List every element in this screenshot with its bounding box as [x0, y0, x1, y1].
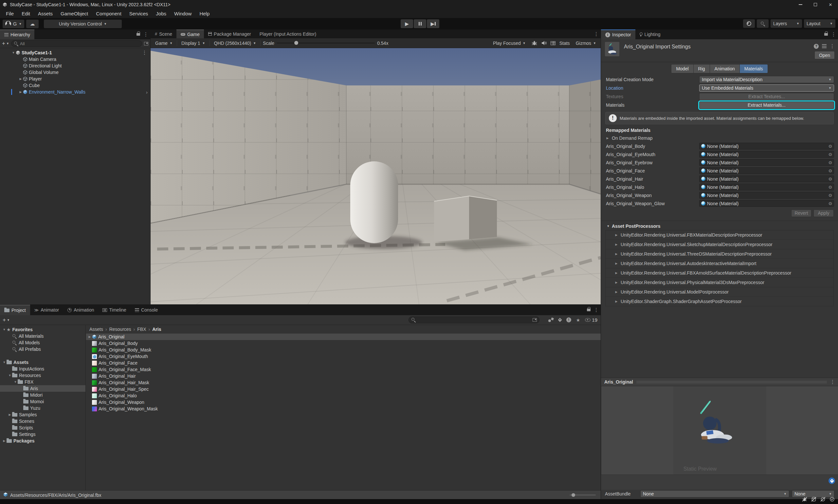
material-object-field[interactable]: None (Material)⊙ — [699, 167, 834, 174]
open-button[interactable]: Open — [815, 51, 835, 59]
tree-item-fbx[interactable]: ▼FBX — [0, 379, 86, 385]
cloud-services-button[interactable]: ☁ — [26, 20, 39, 28]
search-button[interactable] — [757, 19, 769, 28]
tree-item-scripts[interactable]: Scripts — [0, 425, 86, 431]
extract-materials-button[interactable]: Extract Materials... — [699, 102, 834, 109]
slider-knob[interactable] — [572, 493, 575, 497]
kebab-icon[interactable]: ⋮ — [142, 50, 147, 56]
debug-bug-icon[interactable] — [532, 40, 537, 46]
pause-button[interactable] — [414, 19, 426, 28]
material-object-field[interactable]: None (Material)⊙ — [699, 184, 834, 191]
chevron-right-icon[interactable]: › — [146, 89, 148, 95]
object-picker-icon[interactable]: ⊙ — [828, 193, 832, 198]
favorites-filter-icon[interactable]: ★ — [576, 318, 581, 323]
foldout-icon[interactable]: ▶ — [18, 77, 23, 80]
asset-aris-original[interactable]: ▶Aris_Original — [86, 334, 601, 340]
project-search[interactable] — [409, 317, 539, 323]
import-tab-model[interactable]: Model — [671, 64, 693, 73]
version-control-dropdown[interactable]: Unity Version Control ▼ — [44, 20, 122, 28]
asset-labels-button[interactable] — [828, 478, 835, 484]
postprocessor-item[interactable]: ▶UnityEditor.Rendering.Universal.FBXMate… — [606, 230, 834, 240]
foldout-icon[interactable]: ▼ — [13, 380, 18, 383]
play-mode-dropdown[interactable]: Play Focused▼ — [491, 40, 528, 46]
menu-component[interactable]: Component — [92, 9, 125, 18]
asset-aris-original-hair-spec[interactable]: Aris_Original_Hair_Spec — [86, 386, 601, 392]
game-target-dropdown[interactable]: Game▼ — [153, 40, 175, 46]
asset-aris-original-hair-mask[interactable]: Aris_Original_Hair_Mask — [86, 379, 601, 386]
hidden-packages-toggle[interactable]: 19 — [585, 317, 598, 323]
menu-services[interactable]: Services — [125, 9, 152, 18]
layout-dropdown[interactable]: Layout▼ — [804, 19, 835, 28]
asset-postprocessors-header[interactable]: ▼ Asset PostProcessors — [601, 222, 838, 230]
display-dropdown[interactable]: Display 1▼ — [179, 40, 207, 46]
import-log-icon[interactable]: ! — [566, 318, 571, 322]
material-creation-mode-dropdown[interactable]: Import via MaterialDescription▼ — [699, 76, 834, 83]
menu-help[interactable]: Help — [195, 9, 213, 18]
kebab-icon[interactable]: ⋮ — [831, 32, 836, 37]
on-demand-remap-foldout[interactable]: ▶ On Demand Remap — [601, 134, 838, 142]
tab-game[interactable]: Game — [176, 30, 204, 38]
material-object-field[interactable]: None (Material)⊙ — [699, 200, 834, 207]
foldout-icon[interactable]: ▼ — [7, 374, 12, 377]
material-object-field[interactable]: None (Material)⊙ — [699, 192, 834, 199]
scene-picking-icon[interactable] — [144, 42, 148, 46]
foldout-icon[interactable]: ▶ — [87, 335, 92, 338]
asset-aris-original-halo[interactable]: Aris_Original_Halo — [86, 392, 601, 399]
tree-item-resources[interactable]: ▼Resources — [0, 372, 86, 379]
debugger-status-icon[interactable] — [802, 497, 807, 502]
tree-item-yuzu[interactable]: Yuzu — [0, 405, 86, 411]
play-button[interactable]: ▶ — [401, 19, 413, 28]
breadcrumb-resources[interactable]: Resources — [109, 327, 131, 332]
asset-aris-original-body[interactable]: Aris_Original_Body — [86, 340, 601, 346]
undo-history-button[interactable] — [743, 19, 755, 28]
hierarchy-search-input[interactable] — [20, 41, 140, 46]
assetbundle-dropdown[interactable]: None▼ — [640, 490, 789, 498]
hierarchy-item-main-camera[interactable]: Main Camera — [0, 56, 150, 62]
mute-audio-icon[interactable] — [541, 40, 547, 46]
tab-inspector[interactable]: iInspector — [601, 30, 635, 39]
material-object-field[interactable]: None (Material)⊙ — [699, 151, 834, 158]
cache-server-status-icon[interactable] — [811, 497, 816, 502]
menu-assets[interactable]: Assets — [34, 9, 57, 18]
import-tab-rig[interactable]: Rig — [694, 64, 710, 73]
hierarchy-item-cube[interactable]: Cube — [0, 82, 150, 89]
hierarchy-scene-row[interactable]: ▼StudyCase1-1⋮ — [0, 50, 150, 56]
material-object-field[interactable]: None (Material)⊙ — [699, 159, 834, 166]
tree-item-packages[interactable]: ▶Packages — [0, 437, 86, 444]
foldout-icon[interactable]: ▶ — [7, 413, 12, 416]
breadcrumb-aris[interactable]: Aris — [152, 327, 161, 332]
preview-drag-handle[interactable] — [636, 381, 827, 383]
preview-area[interactable]: Static Preview — [601, 386, 838, 474]
foldout-icon[interactable]: ▶ — [2, 439, 6, 443]
apply-button[interactable]: Apply — [814, 210, 834, 217]
import-tab-materials[interactable]: Materials — [740, 64, 768, 73]
tree-item-midori[interactable]: Midori — [0, 392, 86, 398]
kebab-icon[interactable]: ⋮ — [594, 31, 599, 37]
search-by-type-icon[interactable] — [548, 318, 554, 322]
tab-animation[interactable]: Animation — [63, 305, 98, 315]
revert-button[interactable]: Revert — [791, 210, 812, 217]
open-search-window-icon[interactable] — [533, 318, 537, 322]
tree-item-samples[interactable]: ▶Samples — [0, 411, 86, 418]
close-button[interactable]: ✕ — [823, 0, 838, 9]
postprocessor-item[interactable]: ▶UnityEditor.Rendering.Universal.Autodes… — [606, 259, 834, 268]
lock-icon[interactable] — [137, 33, 140, 36]
material-object-field[interactable]: None (Material)⊙ — [699, 176, 834, 182]
kebab-icon[interactable]: ⋮ — [594, 307, 599, 313]
tree-item-assets[interactable]: ▼Assets — [0, 359, 86, 365]
hierarchy-search[interactable] — [11, 40, 142, 47]
postprocessor-item[interactable]: ▶UnityEditor.Rendering.Universal.Sketchu… — [606, 240, 834, 249]
tab-package-manager[interactable]: Package Manager — [204, 30, 255, 38]
tab-lighting[interactable]: Lighting — [635, 30, 665, 39]
tab-player-input-actions-editor[interactable]: Player (Input Actions Editor) — [255, 30, 321, 38]
object-picker-icon[interactable]: ⊙ — [828, 176, 832, 181]
help-icon[interactable]: ? — [814, 44, 819, 49]
search-by-label-icon[interactable] — [558, 318, 562, 322]
asset-aris-original-weapon[interactable]: Aris_Original_Weapon — [86, 399, 601, 406]
asset-aris-original-weapon-mask[interactable]: Aris_Original_Weapon_Mask — [86, 406, 601, 412]
tab-scene[interactable]: #Scene — [150, 30, 176, 38]
profiler-status-icon[interactable] — [820, 497, 825, 502]
import-tab-animation[interactable]: Animation — [710, 64, 740, 73]
tree-item-settings[interactable]: Settings — [0, 431, 86, 437]
asset-aris-original-face[interactable]: Aris_Original_Face — [86, 360, 601, 366]
